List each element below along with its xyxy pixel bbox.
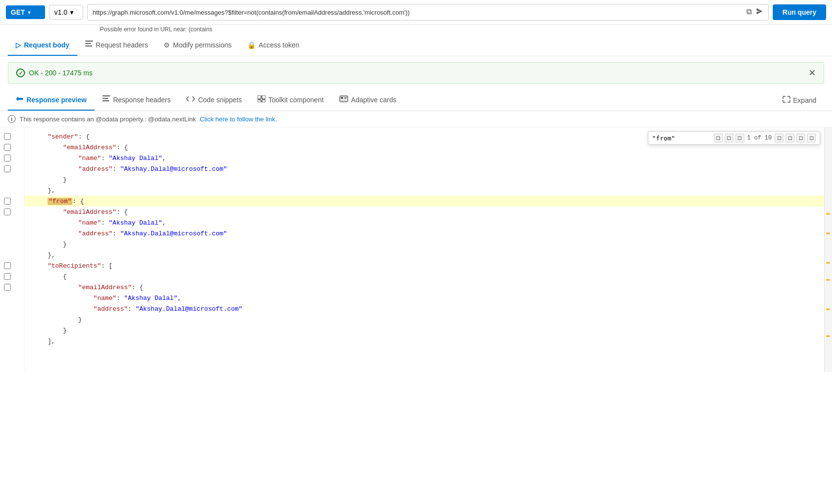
tab-response-preview-label: Response preview: [26, 96, 87, 104]
tab-response-headers-label: Response headers: [113, 96, 171, 104]
code-line-19: }: [24, 325, 832, 336]
copy-icon[interactable]: ⧉: [746, 7, 752, 17]
line-checkbox-3[interactable]: [4, 155, 11, 161]
url-icons: ⧉: [746, 7, 763, 17]
search-prev-btn[interactable]: ☐: [775, 134, 784, 142]
code-line-8: "emailAddress": {: [24, 206, 832, 217]
tab-request-headers[interactable]: Request headers: [77, 35, 156, 56]
tab-code-snippets[interactable]: Code snippets: [178, 90, 250, 111]
code-content: "sender": { "emailAddress": { "name": "A…: [24, 127, 832, 372]
line-checkbox-4[interactable]: [4, 165, 11, 172]
response-preview-icon: [16, 95, 24, 104]
line-row: [2, 142, 22, 153]
method-chevron: ▾: [28, 10, 30, 15]
search-extra-btn[interactable]: ☐: [807, 134, 816, 142]
line-checkbox-13[interactable]: [4, 262, 11, 269]
version-chevron: ▾: [70, 8, 73, 16]
line-checkbox-7[interactable]: [4, 198, 11, 205]
status-bar: ✓ OK - 200 - 17475 ms ✕: [8, 62, 824, 84]
expand-label: Expand: [793, 96, 816, 104]
line-row: [2, 228, 22, 239]
line-row: [2, 185, 22, 196]
line-row: [2, 303, 22, 314]
svg-rect-7: [262, 95, 265, 99]
line-checkbox-2[interactable]: [4, 144, 11, 151]
info-bar: i This response contains an @odata prope…: [0, 111, 832, 127]
line-row: [2, 239, 22, 250]
line-checkbox-1[interactable]: [4, 133, 11, 140]
tab-response-headers[interactable]: Response headers: [95, 90, 179, 111]
method-select[interactable]: GET ▾: [6, 5, 45, 19]
svg-rect-11: [341, 97, 343, 99]
code-line-9: "name": "Akshay Dalal",: [24, 217, 832, 228]
url-bar: https://graph.microsoft.com/v1.0/me/mess…: [87, 4, 769, 21]
line-row: [2, 282, 22, 293]
code-snippets-icon: [186, 95, 195, 104]
method-label: GET: [11, 8, 25, 16]
svg-rect-3: [102, 95, 110, 96]
line-row: [2, 196, 22, 206]
code-panel: "sender": { "emailAddress": { "name": "A…: [0, 127, 832, 372]
info-icon: i: [8, 115, 16, 123]
expand-button[interactable]: Expand: [775, 90, 824, 110]
expand-icon: [783, 96, 790, 104]
share-icon[interactable]: [756, 7, 763, 17]
search-input[interactable]: [652, 135, 711, 142]
tab-access-token-label: Access token: [259, 41, 299, 49]
tab-request-body[interactable]: ▷ Request body: [8, 35, 77, 56]
search-close-btn[interactable]: ☐: [796, 134, 805, 142]
tab-toolkit-component-label: Toolkit component: [268, 96, 324, 104]
tab-access-token[interactable]: 🔒 Access token: [239, 35, 307, 56]
scroll-dot-1: [826, 213, 830, 215]
search-btn-3[interactable]: ☐: [736, 134, 744, 142]
line-checkbox-15[interactable]: [4, 284, 11, 291]
response-headers-icon: [102, 95, 110, 104]
svg-rect-8: [258, 100, 261, 102]
code-line-13: "toRecipients": [: [24, 260, 832, 271]
line-row: [2, 336, 22, 346]
scroll-dot-6: [826, 335, 830, 337]
search-nav-buttons: ☐ ☐ ☐ ☐: [775, 134, 816, 142]
line-row: [2, 217, 22, 228]
line-row: [2, 153, 22, 163]
version-select[interactable]: v1.0 ▾: [49, 5, 83, 20]
line-row: [2, 271, 22, 282]
status-close-button[interactable]: ✕: [808, 68, 816, 78]
line-row: [2, 293, 22, 303]
tab-adaptive-cards-label: Adaptive cards: [351, 96, 397, 104]
response-tabs: Response preview Response headers Code s…: [0, 90, 832, 111]
info-text: This response contains an @odata propert…: [20, 115, 196, 123]
tab-toolkit-component[interactable]: Toolkit component: [250, 90, 332, 111]
info-link[interactable]: Click here to follow the link.: [200, 115, 277, 123]
svg-rect-14: [341, 100, 347, 101]
tab-adaptive-cards[interactable]: Adaptive cards: [332, 90, 404, 111]
request-body-icon: ▷: [16, 41, 21, 49]
tab-code-snippets-label: Code snippets: [198, 96, 242, 104]
search-count: 1 of 10: [747, 135, 772, 141]
url-text[interactable]: https://graph.microsoft.com/v1.0/me/mess…: [93, 9, 742, 16]
code-line-10: "address": "Akshay.Dalal@microsoft.com": [24, 228, 832, 239]
modify-permissions-icon: ⚙: [164, 41, 170, 49]
search-btn-2[interactable]: ☐: [725, 134, 734, 142]
svg-rect-1: [85, 43, 91, 44]
code-line-11: }: [24, 239, 832, 250]
line-row: [2, 314, 22, 325]
code-line-3: "name": "Akshay Dalal",: [24, 153, 832, 163]
code-line-17: "address": "Akshay.Dalal@microsoft.com": [24, 303, 832, 314]
run-query-button[interactable]: Run query: [773, 4, 826, 20]
svg-rect-5: [102, 100, 109, 101]
scroll-dot-2: [826, 232, 830, 234]
search-btn-1[interactable]: ☐: [714, 134, 723, 142]
status-ok: ✓ OK - 200 - 17475 ms: [16, 69, 93, 77]
tab-modify-permissions[interactable]: ⚙ Modify permissions: [156, 35, 239, 56]
search-next-btn[interactable]: ☐: [785, 134, 794, 142]
line-checkbox-14[interactable]: [4, 273, 11, 280]
url-error: Possible error found in URL near: (conta…: [0, 25, 832, 35]
line-checkbox-8[interactable]: [4, 208, 11, 215]
code-line-12: },: [24, 250, 832, 260]
code-line-20: ],: [24, 336, 832, 346]
svg-rect-0: [85, 41, 93, 42]
scroll-dot-5: [826, 308, 830, 310]
scroll-dot-3: [826, 262, 830, 264]
tab-response-preview[interactable]: Response preview: [8, 90, 95, 111]
